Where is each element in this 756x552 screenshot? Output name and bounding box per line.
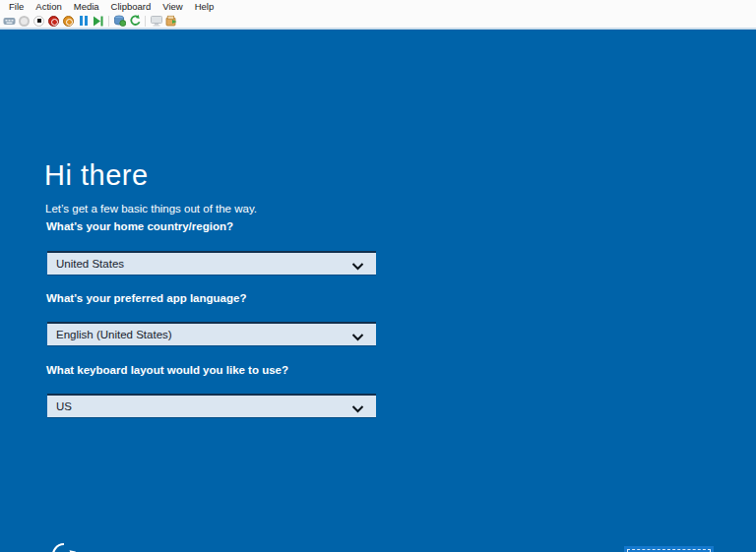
- chevron-down-icon: [351, 403, 364, 415]
- toolbar: [0, 14, 756, 30]
- vm-connection-window: File Action Media Clipboard View Help: [0, 0, 756, 552]
- toolbar-separator: [108, 16, 109, 27]
- turn-off-icon[interactable]: [32, 15, 45, 28]
- shut-down-icon[interactable]: [47, 15, 60, 28]
- menu-media[interactable]: Media: [69, 0, 104, 14]
- app-language-value: English (United States): [56, 329, 172, 340]
- toolbar-separator: [145, 16, 146, 27]
- enhanced-session-icon[interactable]: [150, 15, 162, 28]
- checkpoint-icon[interactable]: [113, 15, 126, 28]
- menu-action[interactable]: Action: [31, 0, 66, 14]
- ctrl-alt-del-icon[interactable]: [3, 15, 16, 28]
- next-button[interactable]: Next: [624, 546, 714, 552]
- menu-clipboard[interactable]: Clipboard: [106, 0, 157, 14]
- country-region-label: What’s your home country/region?: [46, 220, 233, 232]
- page-subtitle: Let’s get a few basic things out of the …: [45, 203, 257, 215]
- pause-icon[interactable]: [77, 15, 90, 28]
- country-region-value: United States: [56, 258, 124, 270]
- keyboard-layout-value: US: [56, 400, 72, 412]
- start-icon[interactable]: [18, 15, 31, 28]
- menu-bar: File Action Media Clipboard View Help: [0, 0, 756, 14]
- chevron-down-icon: [351, 261, 364, 273]
- country-region-select[interactable]: United States: [47, 251, 376, 275]
- oobe-screen: Hi there Let’s get a few basic things ou…: [0, 30, 756, 552]
- reset-icon[interactable]: [92, 15, 104, 28]
- ease-of-access-button[interactable]: [48, 539, 80, 552]
- keyboard-layout-label: What keyboard layout would you like to u…: [46, 364, 288, 376]
- save-icon[interactable]: [62, 15, 75, 28]
- menu-view[interactable]: View: [158, 0, 187, 14]
- chevron-down-icon: [351, 332, 364, 343]
- ease-of-access-icon: [49, 540, 79, 552]
- keyboard-layout-select[interactable]: US: [47, 394, 376, 417]
- app-language-label: What’s your preferred app language?: [46, 292, 246, 304]
- menu-file[interactable]: File: [4, 0, 29, 14]
- app-language-select[interactable]: English (United States): [47, 322, 376, 345]
- page-title: Hi there: [44, 159, 149, 192]
- share-icon[interactable]: [164, 15, 177, 28]
- menu-help[interactable]: Help: [190, 0, 220, 14]
- revert-icon[interactable]: [128, 15, 141, 28]
